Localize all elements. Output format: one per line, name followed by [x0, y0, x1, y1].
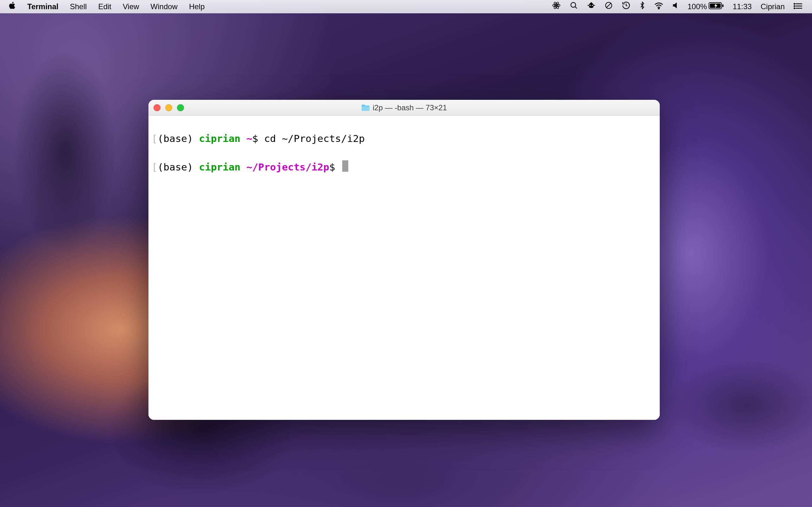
window-minimize-button[interactable] — [165, 104, 172, 111]
status-app-icon[interactable] — [548, 0, 565, 13]
menu-app-name[interactable]: Terminal — [21, 0, 64, 13]
spotlight-search[interactable] — [565, 0, 582, 13]
menu-left-group: Terminal Shell Edit View Window Help — [5, 0, 210, 13]
search-icon — [570, 1, 578, 12]
battery-icon — [709, 2, 724, 11]
svg-point-21 — [794, 8, 795, 9]
status-wifi[interactable] — [650, 0, 668, 13]
prompt-path: ~/Projects/i2p — [241, 161, 329, 173]
prompt-env: (base) — [158, 133, 199, 144]
status-time-machine[interactable] — [617, 0, 635, 13]
status-battery[interactable]: 100% — [683, 0, 728, 13]
prompt-sep: $ — [252, 133, 264, 144]
status-clock[interactable]: 11:33 — [728, 0, 756, 13]
robot-icon — [587, 1, 596, 12]
window-title-text: i2p — -bash — 73×21 — [373, 103, 447, 112]
status-volume[interactable] — [668, 0, 683, 13]
volume-icon — [672, 2, 679, 11]
window-maximize-button[interactable] — [177, 104, 184, 111]
apple-menu[interactable] — [5, 0, 21, 13]
menu-help[interactable]: Help — [183, 0, 210, 13]
notification-center[interactable] — [789, 0, 807, 13]
menu-window[interactable]: Window — [145, 0, 183, 13]
status-username[interactable]: Ciprian — [756, 0, 789, 13]
do-not-disturb-icon — [605, 1, 613, 12]
svg-point-6 — [589, 5, 591, 6]
traffic-lights — [154, 104, 184, 111]
svg-point-0 — [555, 5, 557, 6]
terminal-line-1: [(base) ciprian ~$ cd ~/Projects/i2p — [152, 131, 657, 146]
window-close-button[interactable] — [154, 104, 160, 111]
prompt-host: ciprian — [199, 161, 241, 173]
menu-bar: Terminal Shell Edit View Window Help — [0, 0, 812, 13]
terminal-cursor — [342, 160, 348, 172]
menu-view[interactable]: View — [117, 0, 145, 13]
svg-point-12 — [658, 8, 659, 9]
menu-right-group: 100% 11:33 Ciprian — [548, 0, 807, 13]
svg-point-7 — [592, 5, 593, 6]
time-machine-icon — [622, 1, 630, 12]
svg-line-11 — [606, 3, 611, 8]
prompt-env: (base) — [158, 161, 199, 173]
svg-point-20 — [794, 5, 795, 6]
folder-icon — [361, 104, 369, 111]
svg-line-5 — [575, 7, 577, 8]
window-title: i2p — -bash — 73×21 — [148, 103, 660, 112]
status-tray-app[interactable] — [582, 0, 600, 13]
prompt-sep: $ — [329, 161, 341, 173]
bluetooth-icon — [640, 1, 645, 12]
terminal-line-2: [(base) ciprian ~/Projects/i2p$ — [152, 160, 657, 174]
menu-shell[interactable]: Shell — [64, 0, 92, 13]
window-title-bar[interactable]: i2p — -bash — 73×21 — [148, 100, 660, 116]
prompt-host: ciprian — [199, 133, 241, 144]
svg-rect-15 — [722, 4, 723, 7]
list-icon — [794, 2, 803, 11]
wifi-icon — [654, 2, 664, 11]
prompt-command: cd ~/Projects/i2p — [264, 133, 365, 144]
battery-percent-label: 100% — [688, 2, 707, 11]
menu-edit[interactable]: Edit — [93, 0, 117, 13]
prompt-path: ~ — [241, 133, 252, 144]
svg-point-4 — [571, 3, 575, 7]
svg-point-19 — [794, 3, 795, 4]
status-do-not-disturb[interactable] — [600, 0, 617, 13]
status-bluetooth[interactable] — [635, 0, 650, 13]
terminal-window: i2p — -bash — 73×21 [(base) ciprian ~$ c… — [148, 100, 660, 420]
terminal-content[interactable]: [(base) ciprian ~$ cd ~/Projects/i2p [(b… — [148, 116, 660, 420]
apple-logo-icon — [8, 1, 16, 12]
atom-icon — [552, 1, 561, 12]
